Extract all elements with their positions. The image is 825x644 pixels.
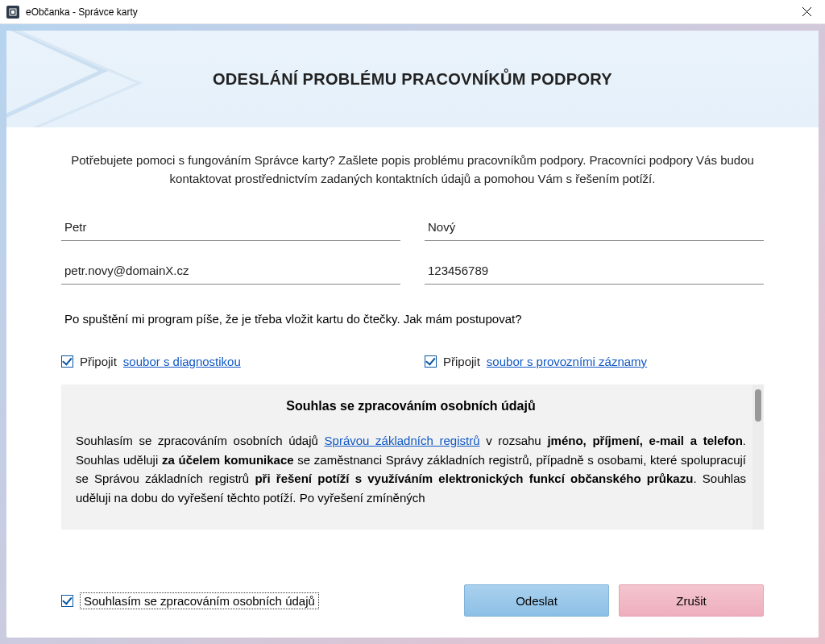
consent-paragraph: Souhlasím se zpracováním osobních údajů …	[76, 431, 746, 508]
consent-text-area[interactable]: Souhlas se zpracováním osobních údajů So…	[61, 384, 764, 530]
logs-file-link[interactable]: soubor s provozními záznamy	[487, 355, 647, 368]
last-name-input[interactable]	[425, 215, 764, 241]
attach-logs-checkbox[interactable]	[425, 355, 437, 368]
window-title: eObčanka - Správce karty	[26, 6, 138, 18]
header-band: ODESLÁNÍ PROBLÉMU PRACOVNÍKŮM PODPORY	[6, 31, 819, 127]
flag-art-icon	[6, 31, 151, 127]
description-input[interactable]	[61, 307, 764, 330]
consent-registry-link[interactable]: Správou základních registrů	[325, 434, 480, 447]
svg-rect-1	[11, 10, 15, 14]
footer: Souhlasím se zpracováním osobních údajů …	[6, 565, 819, 638]
close-icon	[802, 7, 811, 16]
agree-row: Souhlasím se zpracováním osobních údajů	[61, 592, 319, 609]
agree-checkbox[interactable]	[61, 595, 73, 607]
consent-panel: Souhlas se zpracováním osobních údajů So…	[61, 384, 764, 530]
agree-label[interactable]: Souhlasím se zpracováním osobních údajů	[80, 592, 319, 609]
cancel-button[interactable]: Zrušit	[619, 584, 764, 617]
form-fields	[61, 215, 764, 285]
first-name-input[interactable]	[61, 215, 400, 241]
scrollbar-track[interactable]	[752, 384, 764, 530]
diagnostics-file-link[interactable]: soubor s diagnostikou	[123, 355, 241, 368]
send-button[interactable]: Odeslat	[464, 584, 609, 617]
page-title: ODESLÁNÍ PROBLÉMU PRACOVNÍKŮM PODPORY	[213, 70, 612, 89]
attach-logs-label: Připojit	[443, 355, 480, 368]
phone-input[interactable]	[425, 259, 764, 285]
attach-logs: Připojit soubor s provozními záznamy	[425, 355, 764, 368]
intro-text: Potřebujete pomoci s fungováním Správce …	[61, 152, 764, 188]
window-frame: ODESLÁNÍ PROBLÉMU PRACOVNÍKŮM PODPORY Po…	[0, 24, 825, 644]
close-button[interactable]	[789, 0, 825, 24]
app-icon	[6, 6, 19, 19]
scrollbar-thumb[interactable]	[755, 389, 761, 422]
consent-heading: Souhlas se zpracováním osobních údajů	[76, 399, 746, 413]
content-panel: ODESLÁNÍ PROBLÉMU PRACOVNÍKŮM PODPORY Po…	[6, 31, 819, 638]
email-input[interactable]	[61, 259, 400, 285]
attach-diagnostics-checkbox[interactable]	[61, 355, 73, 368]
titlebar: eObčanka - Správce karty	[0, 0, 825, 24]
attach-diagnostics-label: Připojit	[80, 355, 117, 368]
attach-diagnostics: Připojit soubor s diagnostikou	[61, 355, 400, 368]
